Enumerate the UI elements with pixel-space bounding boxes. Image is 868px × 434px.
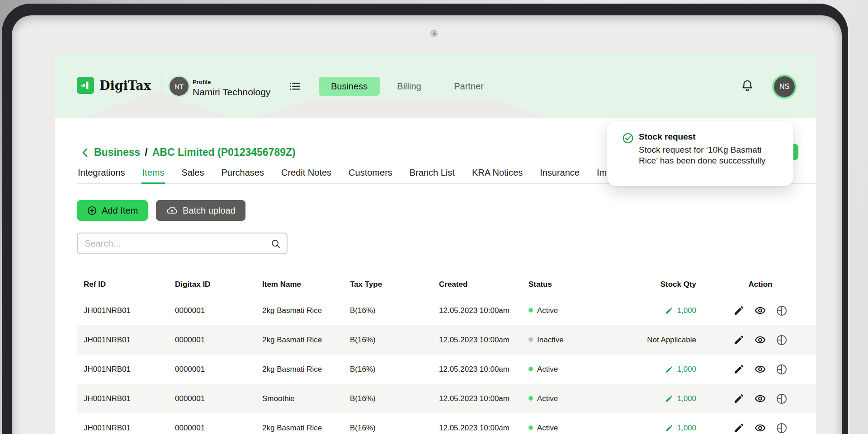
stock-qty-value: Not Applicable (647, 336, 696, 345)
table-row: JH001NRB01 0000001 2kg Basmati Rice B(16… (77, 296, 816, 325)
stock-chart-action-button[interactable] (776, 334, 788, 346)
status-label: Active (537, 424, 558, 432)
nav-item-billing[interactable]: Billing (393, 77, 425, 96)
stock-chart-action-button[interactable] (776, 422, 788, 434)
tab[interactable]: Customers (348, 167, 393, 183)
cell-tax-type: B(16%) (350, 424, 376, 433)
bell-icon (741, 79, 754, 93)
batch-upload-label: Batch upload (183, 205, 236, 216)
add-item-label: Add Item (102, 205, 138, 216)
search-box (77, 233, 288, 254)
cell-ref-id: JH001NRB01 (84, 306, 131, 315)
column-header: Stock Qty (589, 280, 696, 289)
tab[interactable]: Credit Notes (280, 167, 332, 183)
tab[interactable]: KRA Notices (471, 167, 524, 183)
tab[interactable]: Integrations (77, 167, 126, 183)
view-action-button[interactable] (754, 305, 766, 316)
header-decor-triangle (253, 98, 547, 118)
cell-item-name: Smoothie (262, 394, 295, 403)
pie-chart-icon (776, 422, 788, 434)
pie-chart-icon (776, 364, 788, 375)
tab[interactable]: Insurance (539, 167, 580, 183)
stock-chart-action-button[interactable] (776, 393, 788, 405)
search-input[interactable] (78, 233, 287, 253)
list-icon (288, 80, 301, 93)
table-header: Ref ID Digitax ID Item Name Tax Type Cre… (77, 273, 816, 296)
back-chevron-icon[interactable] (80, 148, 90, 158)
cell-actions (724, 334, 797, 346)
cell-tax-type: B(16%) (350, 306, 376, 315)
user-avatar-initials: NS (779, 83, 789, 91)
tab-label: KRA Notices (472, 168, 523, 177)
view-action-button[interactable] (754, 334, 766, 345)
search-icon[interactable] (270, 238, 281, 251)
cell-actions (724, 305, 797, 317)
eye-icon (754, 305, 766, 316)
breadcrumb: Business / ABC Limited (P0123456789Z) (80, 146, 296, 159)
cell-actions (724, 393, 797, 405)
pencil-icon (733, 364, 745, 375)
edit-stock-icon[interactable] (665, 395, 673, 403)
column-header: Ref ID (84, 280, 106, 289)
pie-chart-icon (776, 305, 788, 317)
toast-notification: Stock request Stock request for ‘10Kg Ba… (607, 121, 793, 186)
view-action-button[interactable] (754, 422, 766, 434)
cell-stock-qty: 1,000 (589, 424, 696, 433)
table-row: JH001NRB01 0000001 Smoothie B(16%) 12.05… (77, 384, 816, 413)
profile-name[interactable]: Namiri Technology (193, 87, 270, 98)
tab[interactable]: Sales (180, 167, 205, 183)
tab-label: Sales (181, 168, 204, 177)
profile-avatar[interactable]: NT (168, 75, 190, 97)
app-header: DigiTax NT Profile Namiri Technology Bus… (55, 53, 816, 118)
tab[interactable]: Purchases (220, 167, 265, 183)
status-dot (528, 308, 533, 313)
tab-label: Credit Notes (281, 168, 331, 177)
breadcrumb-current: ABC Limited (P0123456789Z) (152, 146, 296, 159)
nav-item-business[interactable]: Business (319, 77, 380, 96)
tab[interactable]: Items (142, 167, 165, 183)
cell-item-name: 2kg Basmati Rice (262, 306, 322, 315)
stock-chart-action-button[interactable] (776, 305, 788, 317)
plus-circle-icon (87, 205, 97, 216)
breadcrumb-separator: / (145, 146, 147, 159)
tab-label: Insurance (540, 168, 580, 177)
tab-label: Integrations (78, 168, 125, 177)
cell-created: 12.05.2023 10:00am (439, 365, 509, 374)
digitax-logo-icon[interactable] (77, 77, 94, 94)
stock-chart-action-button[interactable] (776, 364, 788, 375)
edit-action-button[interactable] (733, 422, 745, 434)
view-action-button[interactable] (754, 393, 766, 404)
edit-stock-icon[interactable] (665, 365, 673, 373)
cell-created: 12.05.2023 10:00am (439, 336, 509, 345)
header-divider (161, 73, 161, 98)
notifications-button[interactable] (741, 79, 754, 93)
table-body: JH001NRB01 0000001 2kg Basmati Rice B(16… (77, 296, 816, 434)
tab-label: Branch List (410, 168, 455, 177)
nav-item-label: Partner (454, 81, 484, 92)
eye-icon (754, 393, 766, 404)
profile-label: Profile (193, 79, 211, 85)
add-item-button[interactable]: Add Item (77, 200, 148, 221)
tab[interactable]: Branch List (409, 167, 456, 183)
cell-created: 12.05.2023 10:00am (439, 306, 509, 315)
edit-stock-icon[interactable] (665, 307, 673, 315)
edit-action-button[interactable] (733, 334, 745, 345)
batch-upload-button[interactable]: Batch upload (156, 200, 245, 221)
edit-action-button[interactable] (733, 305, 745, 316)
user-avatar[interactable]: NS (772, 75, 797, 99)
view-action-button[interactable] (754, 364, 766, 375)
stock-qty-value: 1,000 (677, 424, 696, 433)
status-dot (528, 337, 533, 342)
device-mockup: DigiTax NT Profile Namiri Technology Bus… (0, 0, 868, 434)
tab-label: Customers (349, 168, 392, 177)
edit-action-button[interactable] (733, 364, 745, 375)
logo-glyph (80, 80, 90, 90)
pencil-icon (733, 334, 745, 345)
profile-switcher-button[interactable] (288, 80, 301, 93)
edit-action-button[interactable] (733, 393, 745, 404)
nav-item-partner[interactable]: Partner (449, 77, 488, 96)
cell-ref-id: JH001NRB01 (84, 365, 131, 374)
edit-stock-icon[interactable] (665, 424, 673, 432)
breadcrumb-parent[interactable]: Business (94, 146, 140, 159)
cell-stock-qty: 1,000 (589, 306, 696, 315)
